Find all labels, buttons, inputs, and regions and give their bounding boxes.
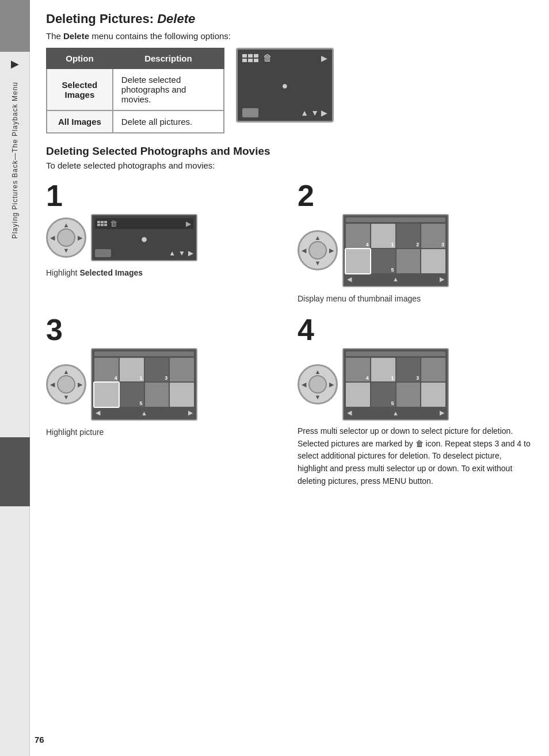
thumb-grid-top-bar xyxy=(346,217,445,222)
step-1-number: 1 xyxy=(46,181,280,211)
section-heading: Deleting Selected Photographs and Movies xyxy=(46,145,532,158)
option-cell-1: Selected Images xyxy=(47,68,113,110)
cam-grid-icon xyxy=(242,54,258,62)
col-description-header: Description xyxy=(113,48,224,68)
thumb-cell xyxy=(170,383,194,407)
step-3-caption: Highlight picture xyxy=(46,427,280,437)
step-3: 3 ◀ ▶ 4 1 3 5 xyxy=(46,315,280,488)
dial-inner-1 xyxy=(57,228,75,247)
section-subtext: To delete selected photographs and movie… xyxy=(46,161,532,170)
cam-right-arrow2: ▶ xyxy=(321,108,327,117)
cam-nav-arrows: ▲ ▼ ▶ xyxy=(300,108,327,117)
sidebar: ▶ Playing Pictures Back—The Playback Men… xyxy=(0,0,30,756)
menu-top-bar: 🗑 ▶ xyxy=(95,218,193,229)
step-1: 1 ◀ ▶ 🗑 xyxy=(46,181,280,303)
cam-middle: ● xyxy=(242,80,327,92)
multi-selector-dial-1: ◀ ▶ xyxy=(46,217,86,258)
thumb-cell xyxy=(421,383,445,407)
thumb-cell: 4 xyxy=(346,358,370,382)
thumb-left-arrow-4: ◀ xyxy=(347,409,352,417)
thumb-cell xyxy=(346,249,370,273)
thumb-cell xyxy=(94,383,119,407)
step-3-number: 3 xyxy=(46,315,280,345)
thumb-cell: 4 xyxy=(346,224,370,248)
thumb-play-icon-4: ▶ xyxy=(440,409,444,417)
step-1-visual: ◀ ▶ 🗑 ▶ xyxy=(46,214,280,261)
dial-right-arrow-4: ▶ xyxy=(329,380,334,388)
thumb-grid-cells-3: 4 1 3 5 xyxy=(94,358,194,407)
thumb-cell: 1 xyxy=(371,224,395,248)
option-cell-2: All Images xyxy=(47,110,113,133)
page-title: Deleting Pictures: Delete xyxy=(46,12,532,26)
sidebar-dark-block xyxy=(0,437,30,506)
thumb-cell xyxy=(396,383,421,407)
thumb-grid-top-bar-4 xyxy=(346,352,445,356)
thumb-up-arrow-3: ▲ xyxy=(141,410,147,417)
thumb-left-arrow: ◀ xyxy=(347,276,352,283)
cam-cursor-icon: ● xyxy=(282,80,288,92)
top-section: Option Description Selected Images Delet… xyxy=(46,48,532,133)
thumb-up-arrow: ▲ xyxy=(392,276,399,282)
thumb-bottom-bar-3: ◀ ▲ ▶ xyxy=(94,408,194,417)
multi-selector-dial-3: ◀ ▶ xyxy=(46,364,86,404)
description-cell-1: Delete selected photographs and movies. xyxy=(113,68,224,110)
menu-down-icon: ▼ xyxy=(178,249,185,257)
menu-cursor-row: ● xyxy=(95,232,193,246)
thumbnail-grid-4: 4 1 3 5 ◀ ▲ ▶ xyxy=(342,348,449,421)
dial-inner-2 xyxy=(308,241,327,259)
thumb-cell xyxy=(421,358,445,382)
dial-left-arrow-4: ◀ xyxy=(302,380,306,388)
thumb-play-icon: ▶ xyxy=(440,276,444,283)
dial-right-arrow: ▶ xyxy=(78,234,82,242)
thumb-cell xyxy=(145,383,169,407)
step-4-description: Press multi selector up or down to selec… xyxy=(298,425,532,487)
thumb-cell xyxy=(421,249,445,273)
step-4-visual: ◀ ▶ 4 1 3 5 xyxy=(298,348,532,421)
sidebar-top-bar xyxy=(0,0,30,52)
dial-left-arrow: ◀ xyxy=(50,234,55,242)
menu-right-icon: ▶ xyxy=(188,249,193,257)
step-1-caption: Highlight Selected Images xyxy=(46,268,280,277)
thumb-cell xyxy=(346,383,370,407)
thumb-grid-cells-4: 4 1 3 5 xyxy=(346,358,445,407)
cam-up-arrow: ▲ xyxy=(300,108,308,117)
thumb-grid-top-bar-3 xyxy=(94,352,194,356)
menu-trash-icon: 🗑 xyxy=(110,219,117,228)
menu-bottom-bar: ▲ ▼ ▶ xyxy=(95,249,193,257)
thumb-cell: 3 xyxy=(421,224,445,248)
thumb-cell: 5 xyxy=(120,383,144,407)
thumb-cell xyxy=(396,249,421,273)
step-2: 2 ◀ ▶ 4 1 2 3 5 xyxy=(298,181,532,303)
step-3-visual: ◀ ▶ 4 1 3 5 xyxy=(46,348,280,421)
thumb-bottom-bar: ◀ ▲ ▶ xyxy=(346,275,445,284)
menu-btn xyxy=(95,249,111,257)
step-2-visual: ◀ ▶ 4 1 2 3 5 xyxy=(298,214,532,287)
options-table: Option Description Selected Images Delet… xyxy=(46,48,224,133)
playback-icon: ▶ xyxy=(11,58,19,70)
thumb-cell: 5 xyxy=(371,249,395,273)
page-number: 76 xyxy=(35,735,44,744)
menu-up-icon: ▲ xyxy=(169,249,176,257)
dial-inner-4 xyxy=(308,375,327,394)
dial-left-arrow-3: ◀ xyxy=(50,380,55,388)
thumbnail-grid-2: 4 1 2 3 5 ◀ ▲ ▶ xyxy=(342,214,449,287)
multi-selector-dial-4: ◀ ▶ xyxy=(298,364,338,404)
table-row: All Images Delete all pictures. xyxy=(47,110,224,133)
step-2-caption: Display menu of thumbnail images xyxy=(298,294,532,303)
cam-top-bar: 🗑 ▶ xyxy=(242,53,327,63)
table-row: Selected Images Delete selected photogra… xyxy=(47,68,224,110)
thumb-grid-cells: 4 1 2 3 5 xyxy=(346,224,445,273)
cam-left-btn xyxy=(242,108,258,117)
thumb-cell: 3 xyxy=(396,358,421,382)
thumb-bottom-bar-4: ◀ ▲ ▶ xyxy=(346,408,445,417)
dial-right-arrow-3: ▶ xyxy=(78,380,82,388)
dial-left-arrow-2: ◀ xyxy=(302,247,306,254)
cam-right-arrow-icon: ▶ xyxy=(321,54,327,63)
step-2-number: 2 xyxy=(298,181,532,211)
thumbnail-grid-3: 4 1 3 5 ◀ ▲ ▶ xyxy=(91,348,197,421)
thumb-cell: 3 xyxy=(145,358,169,382)
menu-right-arrow-icon: ▶ xyxy=(186,220,191,228)
cam-bottom-bar: ▲ ▼ ▶ xyxy=(242,108,327,117)
dial-inner-3 xyxy=(57,375,75,394)
step-4: 4 ◀ ▶ 4 1 3 5 xyxy=(298,315,532,488)
